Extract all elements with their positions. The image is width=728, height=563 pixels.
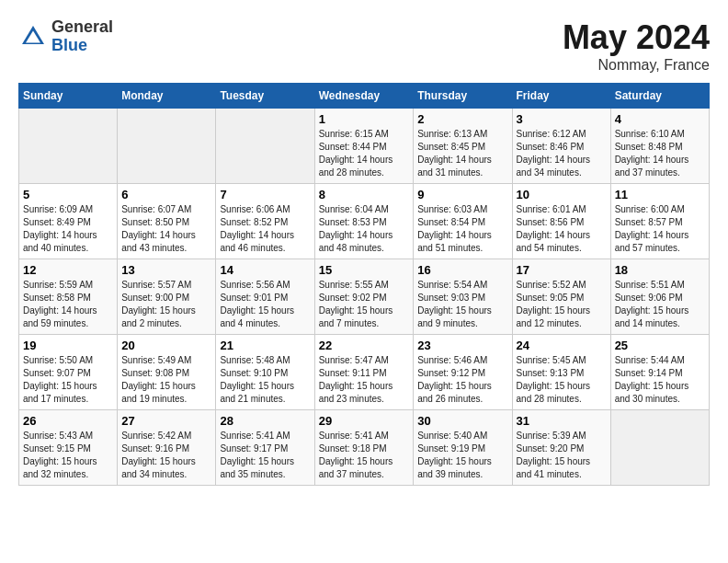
calendar-cell: 5Sunrise: 6:09 AMSunset: 8:49 PMDaylight…: [19, 184, 118, 259]
calendar-cell: [19, 109, 118, 184]
day-number: 20: [121, 339, 211, 352]
calendar-cell: 19Sunrise: 5:50 AMSunset: 9:07 PMDayligh…: [19, 335, 118, 410]
calendar-cell: 14Sunrise: 5:56 AMSunset: 9:01 PMDayligh…: [216, 259, 314, 335]
calendar-cell: 7Sunrise: 6:06 AMSunset: 8:52 PMDaylight…: [216, 184, 314, 259]
page-header: General Blue May 2024 Nommay, France: [18, 18, 710, 74]
day-info: Sunrise: 6:03 AMSunset: 8:54 PMDaylight:…: [417, 203, 507, 255]
day-number: 12: [23, 263, 113, 277]
day-info: Sunrise: 6:04 AMSunset: 8:53 PMDaylight:…: [319, 203, 410, 255]
day-number: 26: [23, 414, 113, 428]
day-number: 18: [615, 263, 705, 277]
calendar-week-2: 12Sunrise: 5:59 AMSunset: 8:58 PMDayligh…: [19, 259, 710, 335]
calendar-cell: 28Sunrise: 5:41 AMSunset: 9:17 PMDayligh…: [216, 410, 314, 486]
day-number: 1: [319, 112, 410, 126]
calendar-cell: 1Sunrise: 6:15 AMSunset: 8:44 PMDaylight…: [314, 109, 414, 184]
weekday-header-thursday: Thursday: [414, 84, 512, 109]
calendar-cell: 20Sunrise: 5:49 AMSunset: 9:08 PMDayligh…: [118, 335, 216, 410]
logo-blue-text: Blue: [51, 37, 113, 55]
day-number: 22: [319, 339, 410, 352]
day-number: 6: [121, 188, 211, 201]
calendar-cell: [118, 109, 216, 184]
day-info: Sunrise: 5:50 AMSunset: 9:07 PMDaylight:…: [23, 354, 113, 406]
weekday-header-wednesday: Wednesday: [314, 84, 414, 109]
day-info: Sunrise: 5:52 AMSunset: 9:05 PMDaylight:…: [517, 279, 607, 330]
day-number: 10: [517, 188, 607, 201]
day-number: 29: [319, 414, 410, 428]
calendar-week-4: 26Sunrise: 5:43 AMSunset: 9:15 PMDayligh…: [19, 410, 710, 486]
day-info: Sunrise: 6:07 AMSunset: 8:50 PMDaylight:…: [121, 203, 211, 255]
day-info: Sunrise: 5:42 AMSunset: 9:16 PMDaylight:…: [121, 430, 211, 481]
calendar-cell: 16Sunrise: 5:54 AMSunset: 9:03 PMDayligh…: [414, 259, 512, 335]
day-info: Sunrise: 6:01 AMSunset: 8:56 PMDaylight:…: [517, 203, 607, 255]
calendar-cell: 29Sunrise: 5:41 AMSunset: 9:18 PMDayligh…: [314, 410, 414, 486]
weekday-header-saturday: Saturday: [610, 84, 709, 109]
logo: General Blue: [18, 18, 113, 55]
calendar-cell: 2Sunrise: 6:13 AMSunset: 8:45 PMDaylight…: [414, 109, 512, 184]
day-info: Sunrise: 5:49 AMSunset: 9:08 PMDaylight:…: [121, 354, 211, 406]
calendar-cell: 11Sunrise: 6:00 AMSunset: 8:57 PMDayligh…: [610, 184, 709, 259]
calendar-cell: 22Sunrise: 5:47 AMSunset: 9:11 PMDayligh…: [314, 335, 414, 410]
day-info: Sunrise: 5:41 AMSunset: 9:18 PMDaylight:…: [319, 430, 410, 481]
calendar-cell: [610, 410, 709, 486]
calendar-cell: 26Sunrise: 5:43 AMSunset: 9:15 PMDayligh…: [19, 410, 118, 486]
day-info: Sunrise: 5:40 AMSunset: 9:19 PMDaylight:…: [417, 430, 507, 481]
day-number: 8: [319, 188, 410, 201]
calendar-header: SundayMondayTuesdayWednesdayThursdayFrid…: [19, 84, 710, 109]
calendar-cell: 10Sunrise: 6:01 AMSunset: 8:56 PMDayligh…: [512, 184, 610, 259]
day-info: Sunrise: 5:41 AMSunset: 9:17 PMDaylight:…: [220, 430, 310, 481]
calendar-cell: 8Sunrise: 6:04 AMSunset: 8:53 PMDaylight…: [314, 184, 414, 259]
calendar-cell: [216, 109, 314, 184]
day-info: Sunrise: 5:54 AMSunset: 9:03 PMDaylight:…: [417, 279, 507, 330]
day-number: 27: [121, 414, 211, 428]
calendar-cell: 27Sunrise: 5:42 AMSunset: 9:16 PMDayligh…: [118, 410, 216, 486]
day-number: 25: [615, 339, 705, 352]
day-number: 2: [417, 112, 507, 126]
day-info: Sunrise: 5:55 AMSunset: 9:02 PMDaylight:…: [319, 279, 410, 330]
weekday-header-tuesday: Tuesday: [216, 84, 314, 109]
day-info: Sunrise: 6:09 AMSunset: 8:49 PMDaylight:…: [23, 203, 113, 255]
calendar-cell: 12Sunrise: 5:59 AMSunset: 8:58 PMDayligh…: [19, 259, 118, 335]
title-block: May 2024 Nommay, France: [563, 18, 710, 74]
calendar-cell: 31Sunrise: 5:39 AMSunset: 9:20 PMDayligh…: [512, 410, 610, 486]
day-info: Sunrise: 6:15 AMSunset: 8:44 PMDaylight:…: [319, 128, 410, 179]
calendar-cell: 18Sunrise: 5:51 AMSunset: 9:06 PMDayligh…: [610, 259, 709, 335]
day-number: 28: [220, 414, 310, 428]
day-number: 19: [23, 339, 113, 352]
day-number: 15: [319, 263, 410, 277]
day-info: Sunrise: 5:44 AMSunset: 9:14 PMDaylight:…: [615, 354, 705, 406]
location: Nommay, France: [563, 57, 710, 74]
day-number: 17: [517, 263, 607, 277]
calendar-cell: 30Sunrise: 5:40 AMSunset: 9:19 PMDayligh…: [414, 410, 512, 486]
day-info: Sunrise: 5:47 AMSunset: 9:11 PMDaylight:…: [319, 354, 410, 406]
day-info: Sunrise: 6:06 AMSunset: 8:52 PMDaylight:…: [220, 203, 310, 255]
calendar-cell: 21Sunrise: 5:48 AMSunset: 9:10 PMDayligh…: [216, 335, 314, 410]
day-info: Sunrise: 5:46 AMSunset: 9:12 PMDaylight:…: [417, 354, 507, 406]
logo-icon: [18, 22, 48, 52]
calendar-cell: 24Sunrise: 5:45 AMSunset: 9:13 PMDayligh…: [512, 335, 610, 410]
day-info: Sunrise: 5:39 AMSunset: 9:20 PMDaylight:…: [517, 430, 607, 481]
logo-text: General Blue: [51, 18, 113, 55]
day-number: 11: [615, 188, 705, 201]
weekday-header-monday: Monday: [118, 84, 216, 109]
day-number: 21: [220, 339, 310, 352]
day-info: Sunrise: 5:45 AMSunset: 9:13 PMDaylight:…: [517, 354, 607, 406]
day-info: Sunrise: 5:59 AMSunset: 8:58 PMDaylight:…: [23, 279, 113, 330]
month-title: May 2024: [563, 18, 710, 57]
day-number: 9: [417, 188, 507, 201]
day-info: Sunrise: 5:56 AMSunset: 9:01 PMDaylight:…: [220, 279, 310, 330]
calendar-cell: 17Sunrise: 5:52 AMSunset: 9:05 PMDayligh…: [512, 259, 610, 335]
day-number: 13: [121, 263, 211, 277]
day-info: Sunrise: 6:12 AMSunset: 8:46 PMDaylight:…: [517, 128, 607, 179]
calendar-cell: 13Sunrise: 5:57 AMSunset: 9:00 PMDayligh…: [118, 259, 216, 335]
day-info: Sunrise: 5:43 AMSunset: 9:15 PMDaylight:…: [23, 430, 113, 481]
day-info: Sunrise: 5:48 AMSunset: 9:10 PMDaylight:…: [220, 354, 310, 406]
calendar-table: SundayMondayTuesdayWednesdayThursdayFrid…: [18, 83, 710, 486]
logo-general-text: General: [51, 18, 113, 37]
weekday-header-sunday: Sunday: [19, 84, 118, 109]
weekday-header-row: SundayMondayTuesdayWednesdayThursdayFrid…: [19, 84, 710, 109]
day-info: Sunrise: 6:10 AMSunset: 8:48 PMDaylight:…: [615, 128, 705, 179]
day-number: 31: [517, 414, 607, 428]
day-info: Sunrise: 6:00 AMSunset: 8:57 PMDaylight:…: [615, 203, 705, 255]
weekday-header-friday: Friday: [512, 84, 610, 109]
calendar-cell: 9Sunrise: 6:03 AMSunset: 8:54 PMDaylight…: [414, 184, 512, 259]
